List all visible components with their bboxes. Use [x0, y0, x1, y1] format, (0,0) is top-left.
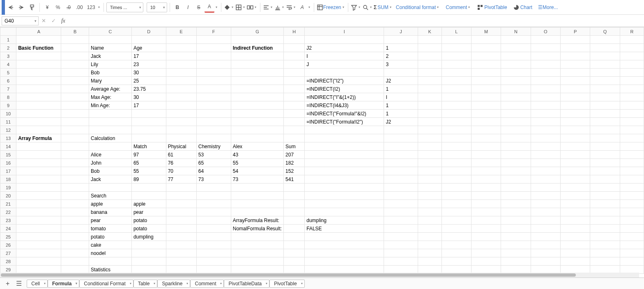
cell-P16[interactable] [561, 159, 590, 167]
cell-P21[interactable] [561, 200, 590, 208]
cell-R1[interactable] [620, 36, 644, 44]
cell-J9[interactable]: 1 [384, 101, 418, 110]
cell-L28[interactable] [442, 257, 471, 266]
cell-D19[interactable] [131, 183, 166, 192]
cell-I12[interactable] [305, 126, 384, 134]
cell-P17[interactable] [561, 167, 590, 175]
cell-J11[interactable]: J2 [384, 118, 418, 126]
merge-button[interactable]: ▾ [247, 4, 258, 11]
cell-P2[interactable] [561, 44, 590, 52]
cell-Q23[interactable] [590, 216, 620, 225]
cell-A21[interactable] [16, 200, 61, 208]
cell-M18[interactable] [471, 175, 501, 183]
cell-E6[interactable] [166, 77, 196, 85]
cell-H21[interactable] [284, 200, 305, 208]
cell-K18[interactable] [418, 175, 442, 183]
cell-E25[interactable] [166, 233, 196, 241]
cell-P28[interactable] [561, 257, 590, 266]
cell-A10[interactable] [16, 110, 61, 118]
cell-A28[interactable] [16, 257, 61, 266]
cell-J18[interactable] [384, 175, 418, 183]
cell-J12[interactable] [384, 126, 418, 134]
cell-E14[interactable]: Physical [166, 142, 196, 151]
cell-P12[interactable] [561, 126, 590, 134]
cell-L3[interactable] [442, 52, 471, 60]
cell-P27[interactable] [561, 249, 590, 257]
cell-I18[interactable] [305, 175, 384, 183]
cell-L23[interactable] [442, 216, 471, 225]
cell-G26[interactable] [231, 241, 283, 249]
cell-O1[interactable] [531, 36, 560, 44]
cell-G15[interactable]: 43 [231, 151, 283, 159]
cell-O23[interactable] [531, 216, 560, 225]
cell-L24[interactable] [442, 225, 471, 233]
cell-B10[interactable] [61, 110, 89, 118]
cell-G27[interactable] [231, 249, 283, 257]
cell-Q1[interactable] [590, 36, 620, 44]
find-button[interactable]: ▾ [362, 4, 373, 11]
cell-I14[interactable] [305, 142, 384, 151]
cell-F9[interactable] [196, 101, 231, 110]
cell-L12[interactable] [442, 126, 471, 134]
cell-G14[interactable]: Alex [231, 142, 283, 151]
cell-K17[interactable] [418, 167, 442, 175]
cell-R21[interactable] [620, 200, 644, 208]
cell-M19[interactable] [471, 183, 501, 192]
cell-Q14[interactable] [590, 142, 620, 151]
cell-O19[interactable] [531, 183, 560, 192]
cell-N17[interactable] [501, 167, 531, 175]
row-header-3[interactable]: 3 [0, 52, 16, 60]
cell-L22[interactable] [442, 208, 471, 216]
cell-K25[interactable] [418, 233, 442, 241]
cell-K2[interactable] [418, 44, 442, 52]
cell-E28[interactable] [166, 257, 196, 266]
cell-D1[interactable] [131, 36, 166, 44]
row-header-9[interactable]: 9 [0, 101, 16, 110]
cell-P8[interactable] [561, 93, 590, 101]
cell-Q9[interactable] [590, 101, 620, 110]
cell-I16[interactable] [305, 159, 384, 167]
horizontal-scrollbar[interactable] [0, 273, 639, 278]
col-header-J[interactable]: J [384, 28, 418, 36]
cell-L11[interactable] [442, 118, 471, 126]
cell-K23[interactable] [418, 216, 442, 225]
cell-A14[interactable] [16, 142, 61, 151]
cell-K14[interactable] [418, 142, 442, 151]
cell-N5[interactable] [501, 69, 531, 77]
cell-Q4[interactable] [590, 60, 620, 69]
cell-A1[interactable] [16, 36, 61, 44]
cell-G4[interactable] [231, 60, 283, 69]
row-header-23[interactable]: 23 [0, 216, 16, 225]
cell-H1[interactable] [284, 36, 305, 44]
cell-C11[interactable] [89, 118, 132, 126]
cell-H10[interactable] [284, 110, 305, 118]
sum-button[interactable]: ΣSUM▾ [374, 5, 393, 10]
cell-A19[interactable] [16, 183, 61, 192]
cell-M4[interactable] [471, 60, 501, 69]
col-header-F[interactable]: F [196, 28, 231, 36]
cell-P18[interactable] [561, 175, 590, 183]
cell-D9[interactable]: 17 [131, 101, 166, 110]
font-size-select[interactable]: 10 [147, 2, 167, 12]
cell-G2[interactable]: Indirect Function [231, 44, 283, 52]
cell-O18[interactable] [531, 175, 560, 183]
cell-G3[interactable] [231, 52, 283, 60]
cell-J15[interactable] [384, 151, 418, 159]
cell-O25[interactable] [531, 233, 560, 241]
col-header-H[interactable]: H [284, 28, 305, 36]
cell-D26[interactable] [131, 241, 166, 249]
cell-A6[interactable] [16, 77, 61, 85]
cell-O4[interactable] [531, 60, 560, 69]
cell-R9[interactable] [620, 101, 644, 110]
cell-E24[interactable] [166, 225, 196, 233]
cell-I25[interactable] [305, 233, 384, 241]
cell-F7[interactable] [196, 85, 231, 93]
cell-C2[interactable]: Name [89, 44, 132, 52]
cell-O16[interactable] [531, 159, 560, 167]
font-family-select[interactable]: Times ... [106, 2, 143, 12]
cell-P9[interactable] [561, 101, 590, 110]
cell-A23[interactable] [16, 216, 61, 225]
cell-J16[interactable] [384, 159, 418, 167]
cell-C21[interactable]: apple [89, 200, 132, 208]
cell-R14[interactable] [620, 142, 644, 151]
